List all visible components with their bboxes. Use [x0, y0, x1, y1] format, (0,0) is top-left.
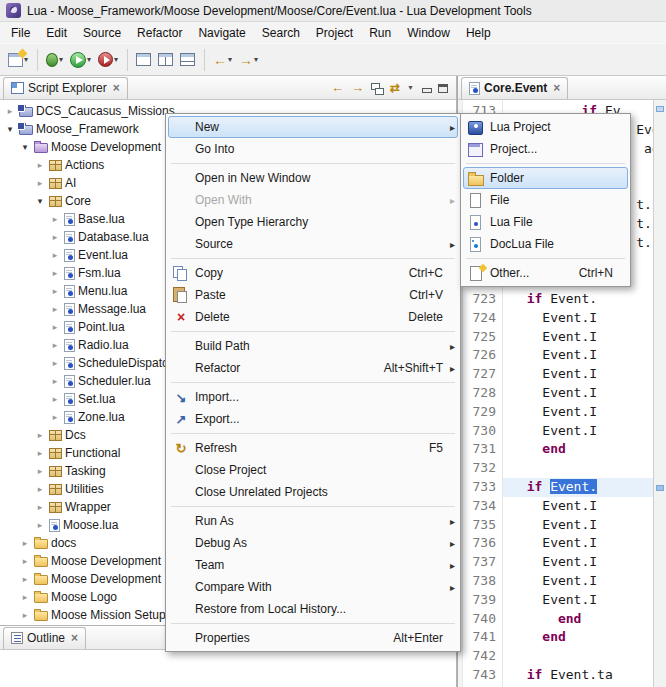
menu-item-import[interactable]: ↘Import...	[168, 386, 458, 408]
ruler-mark	[656, 106, 664, 112]
menu-item-open-in-new-window[interactable]: Open in New Window	[168, 167, 458, 189]
view-menu-icon[interactable]: ▼	[407, 83, 414, 93]
editor-tab-core-event[interactable]: Core.Event ×	[461, 77, 568, 99]
expand-arrow-icon[interactable]: ▸	[34, 502, 46, 512]
menu-item-compare-with[interactable]: Compare With▸	[168, 576, 458, 598]
expand-arrow-icon[interactable]: ▸	[49, 214, 61, 224]
dropdown-arrow-icon[interactable]: ▾	[228, 55, 232, 64]
close-tab-icon[interactable]: ×	[113, 83, 120, 93]
menu-item-right: Alt+Shift+T	[384, 361, 443, 375]
link-editor-icon[interactable]: ⇄	[390, 82, 400, 94]
overview-ruler[interactable]	[653, 100, 666, 687]
menu-item-copy[interactable]: CopyCtrl+C	[168, 262, 458, 284]
menu-item-folder[interactable]: Folder	[463, 167, 628, 189]
external-tools-button[interactable]: ▾	[95, 49, 121, 70]
close-tab-icon[interactable]: ×	[71, 633, 78, 643]
expand-arrow-icon[interactable]: ▾	[19, 142, 31, 152]
expand-arrow-icon[interactable]: ▾	[34, 196, 46, 206]
menu-item-export[interactable]: ↗Export...	[168, 408, 458, 430]
expand-arrow-icon[interactable]: ▾	[4, 124, 16, 134]
back-icon[interactable]: ←	[331, 82, 344, 94]
expand-arrow-icon[interactable]: ▸	[49, 322, 61, 332]
menu-item-close-project[interactable]: Close Project	[168, 459, 458, 481]
expand-arrow-icon[interactable]: ▸	[34, 160, 46, 170]
expand-arrow-icon[interactable]: ▸	[34, 430, 46, 440]
expand-arrow-icon[interactable]: ▸	[34, 484, 46, 494]
menu-source[interactable]: Source	[75, 24, 129, 42]
menu-item-open-type-hierarchy[interactable]: Open Type Hierarchy	[168, 211, 458, 233]
run-button[interactable]: ▾	[67, 49, 94, 71]
expand-arrow-icon[interactable]: ▸	[49, 250, 61, 260]
menu-item-team[interactable]: Team▸	[168, 554, 458, 576]
menu-item-open-with[interactable]: Open With▸	[168, 189, 458, 211]
collapse-all-icon[interactable]	[371, 83, 383, 94]
expand-arrow-icon[interactable]: ▸	[19, 610, 31, 620]
expand-arrow-icon[interactable]: ▸	[34, 466, 46, 476]
menu-run[interactable]: Run	[361, 24, 399, 42]
dropdown-arrow-icon[interactable]: ▾	[114, 55, 118, 64]
debug-button[interactable]: ▾	[43, 50, 66, 70]
menu-item-delete[interactable]: ×DeleteDelete	[168, 306, 458, 328]
menu-item-close-unrelated-projects[interactable]: Close Unrelated Projects	[168, 481, 458, 503]
menu-item-build-path[interactable]: Build Path▸	[168, 335, 458, 357]
line-number: 734	[463, 497, 496, 516]
menu-item-project[interactable]: Project...	[463, 138, 628, 160]
expand-arrow-icon[interactable]: ▸	[49, 304, 61, 314]
window-view-1-button[interactable]	[133, 50, 154, 69]
back-button[interactable]: ←▾	[210, 50, 235, 70]
expand-arrow-icon[interactable]: ▸	[49, 394, 61, 404]
menu-item-doclua-file[interactable]: DocLua File	[463, 233, 628, 255]
expand-arrow-icon[interactable]: ▸	[49, 232, 61, 242]
menu-item-paste[interactable]: PasteCtrl+V	[168, 284, 458, 306]
expand-arrow-icon[interactable]: ▸	[49, 376, 61, 386]
menu-item-debug-as[interactable]: Debug As▸	[168, 532, 458, 554]
outline-tab[interactable]: Outline ×	[3, 627, 86, 649]
menu-item-go-into[interactable]: Go Into	[168, 138, 458, 160]
menu-item-source[interactable]: Source▸	[168, 233, 458, 255]
script-explorer-tab[interactable]: Script Explorer ×	[3, 77, 128, 99]
dropdown-arrow-icon[interactable]: ▾	[254, 55, 258, 64]
menu-help[interactable]: Help	[458, 24, 499, 42]
minimize-icon[interactable]	[421, 84, 431, 93]
menu-item-new[interactable]: New▸	[168, 116, 458, 138]
maximize-icon[interactable]	[438, 84, 448, 93]
expand-arrow-icon[interactable]: ▸	[19, 574, 31, 584]
menu-item-other[interactable]: Other...Ctrl+N	[463, 262, 628, 284]
menu-item-refresh[interactable]: ↻RefreshF5	[168, 437, 458, 459]
menu-edit[interactable]: Edit	[38, 24, 75, 42]
script-explorer-toolbar: ← → ⇄ ▼	[331, 82, 456, 99]
expand-arrow-icon[interactable]: ▸	[49, 268, 61, 278]
expand-arrow-icon[interactable]: ▸	[4, 106, 16, 116]
menu-item-properties[interactable]: PropertiesAlt+Enter	[168, 627, 458, 649]
menu-navigate[interactable]: Navigate	[190, 24, 253, 42]
menu-project[interactable]: Project	[308, 24, 361, 42]
expand-arrow-icon[interactable]: ▸	[49, 412, 61, 422]
window-view-3-button[interactable]	[177, 50, 198, 69]
menu-item-restore-from-local-history[interactable]: Restore from Local History...	[168, 598, 458, 620]
expand-arrow-icon[interactable]: ▸	[19, 538, 31, 548]
menu-item-lua-project[interactable]: Lua Project	[463, 116, 628, 138]
menu-item-run-as[interactable]: Run As▸	[168, 510, 458, 532]
menu-file[interactable]: File	[3, 24, 38, 42]
expand-arrow-icon[interactable]: ▸	[34, 178, 46, 188]
forward-button[interactable]: →▾	[236, 50, 261, 70]
menu-item-file[interactable]: File	[463, 189, 628, 211]
expand-arrow-icon[interactable]: ▸	[19, 556, 31, 566]
expand-arrow-icon[interactable]: ▸	[49, 358, 61, 368]
new-wizard-button[interactable]: ▾	[5, 50, 31, 70]
dropdown-arrow-icon[interactable]: ▾	[59, 55, 63, 64]
menu-window[interactable]: Window	[399, 24, 458, 42]
menu-item-lua-file[interactable]: Lua File	[463, 211, 628, 233]
dropdown-arrow-icon[interactable]: ▾	[87, 55, 91, 64]
expand-arrow-icon[interactable]: ▸	[19, 592, 31, 602]
close-tab-icon[interactable]: ×	[553, 83, 560, 93]
menu-refactor[interactable]: Refactor	[129, 24, 190, 42]
expand-arrow-icon[interactable]: ▸	[34, 520, 46, 530]
window-view-2-button[interactable]	[155, 50, 176, 69]
menu-item-refactor[interactable]: RefactorAlt+Shift+T▸	[168, 357, 458, 379]
expand-arrow-icon[interactable]: ▸	[34, 448, 46, 458]
expand-arrow-icon[interactable]: ▸	[49, 340, 61, 350]
forward-icon[interactable]: →	[351, 82, 364, 94]
menu-search[interactable]: Search	[254, 24, 308, 42]
expand-arrow-icon[interactable]: ▸	[49, 286, 61, 296]
